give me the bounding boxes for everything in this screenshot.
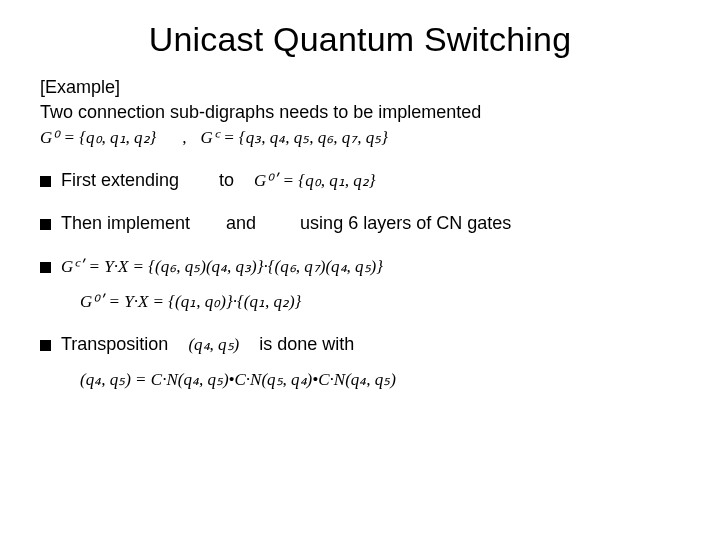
math-G0: G⁰ = {q₀, q₁, q₂} bbox=[40, 127, 156, 148]
example-label: [Example] bbox=[40, 77, 680, 98]
then-implement-text: Then implement bbox=[61, 213, 190, 234]
math-pair-q4q5: (q₄, q₅) bbox=[188, 334, 239, 355]
slide-body: [Example] Two connection sub-digraphs ne… bbox=[0, 77, 720, 390]
transposition-text: Transposition bbox=[61, 334, 168, 355]
is-done-with-text: is done with bbox=[259, 334, 354, 355]
bullet-then-implement: Then implement and using 6 layers of CN … bbox=[40, 213, 680, 234]
square-bullet-icon bbox=[40, 256, 57, 277]
using-layers-text: using 6 layers of CN gates bbox=[300, 213, 511, 234]
math-Gc-YX: Gᶜʹ = Y·X = {(q₆, q₅)(q₄, q₃)}·{(q₆, q₇)… bbox=[61, 256, 383, 277]
math-G0-YX: G⁰ʹ = Y·X = {(q₁, q₀)}·{(q₁, q₂)} bbox=[80, 291, 301, 312]
comma: , bbox=[182, 128, 186, 148]
math-G0p: G⁰ʹ = {q₀, q₁, q₂} bbox=[254, 170, 375, 191]
bullet-transposition: Transposition (q₄, q₅) is done with bbox=[40, 334, 680, 355]
eq-graphs: G⁰ = {q₀, q₁, q₂} , Gᶜ = {q₃, q₄, q₅, q₆… bbox=[40, 127, 680, 148]
first-extending-text: First extending bbox=[61, 170, 179, 191]
math-CN: (q₄, q₅) = C·N(q₄, q₅)•C·N(q₅, q₄)•C·N(q… bbox=[80, 369, 396, 390]
slide: Unicast Quantum Switching [Example] Two … bbox=[0, 0, 720, 540]
square-bullet-icon bbox=[40, 213, 57, 234]
eq-CN-line: (q₄, q₅) = C·N(q₄, q₅)•C·N(q₅, q₄)•C·N(q… bbox=[40, 369, 680, 390]
square-bullet-icon bbox=[40, 170, 57, 191]
slide-title: Unicast Quantum Switching bbox=[0, 20, 720, 59]
to-text: to bbox=[219, 170, 234, 191]
eq-G0-YX-line: G⁰ʹ = Y·X = {(q₁, q₀)}·{(q₁, q₂)} bbox=[40, 291, 680, 312]
and-text: and bbox=[226, 213, 256, 234]
bullet-equations: Gᶜʹ = Y·X = {(q₆, q₅)(q₄, q₃)}·{(q₆, q₇)… bbox=[40, 256, 680, 277]
bullet-first-extending: First extending to G⁰ʹ = {q₀, q₁, q₂} bbox=[40, 170, 680, 191]
intro-text: Two connection sub-digraphs needs to be … bbox=[40, 102, 680, 123]
square-bullet-icon bbox=[40, 334, 57, 355]
math-GC: Gᶜ = {q₃, q₄, q₅, q₆, q₇, q₅} bbox=[201, 127, 388, 148]
